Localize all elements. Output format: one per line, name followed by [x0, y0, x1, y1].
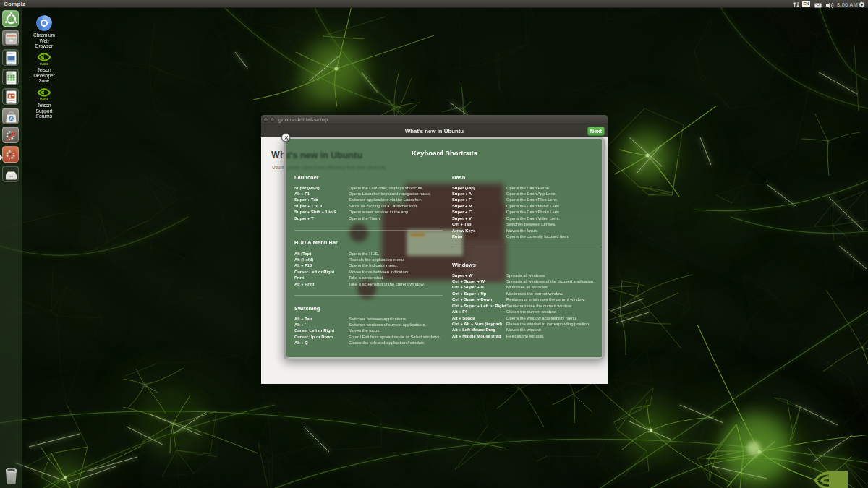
- svg-text:NVIDIA: NVIDIA: [40, 98, 49, 101]
- svg-text:NVIDIA: NVIDIA: [40, 63, 49, 66]
